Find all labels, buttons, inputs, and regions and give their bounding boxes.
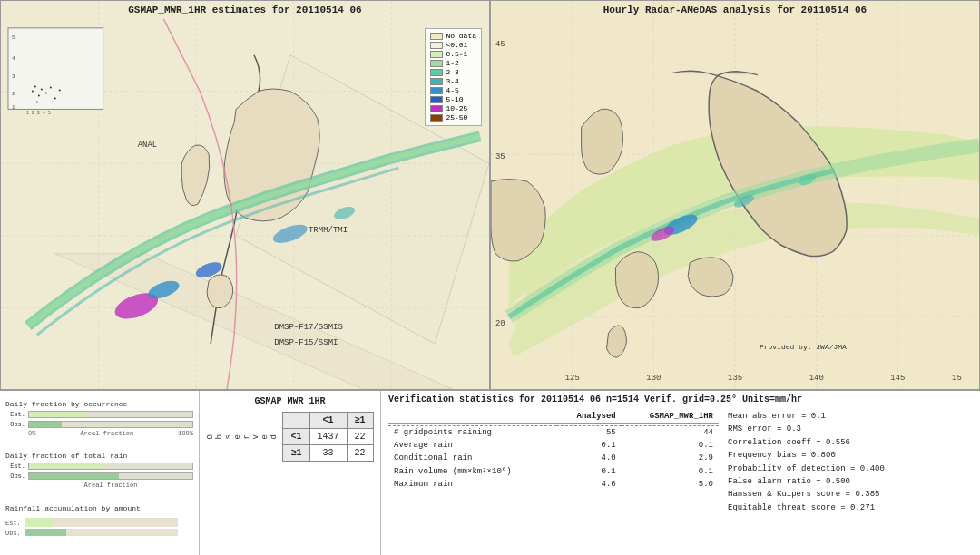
contingency-title: GSMAP_MWR_1HR — [254, 396, 325, 406]
contingency-row-lt1: <1 — [283, 429, 309, 445]
svg-text:145: 145 — [890, 374, 905, 383]
stat-corr-coeff: Correlation coeff = 0.556 — [728, 436, 973, 449]
stat-row-avgrain-analysed: 0.1 — [556, 439, 622, 452]
svg-point-27 — [45, 92, 47, 94]
contingency-row-gte1: ≥1 — [283, 445, 309, 462]
stats-right: Mean abs error = 0.1 RMS error = 0.3 Cor… — [719, 410, 973, 514]
stat-rms-error: RMS error = 0.3 — [728, 423, 973, 435]
stat-row-avgrain-label: Average rain — [388, 439, 556, 452]
svg-text:5: 5 — [12, 34, 15, 41]
stat-row-gridpoints-analysed: 55 — [556, 426, 622, 440]
left-map-title: GSMAP_MWR_1HR estimates for 20110514 06 — [128, 5, 361, 15]
stat-row-condrain-analysed: 4.0 — [556, 452, 622, 464]
right-map-title: Hourly Radar-AMeDAS analysis for 2011051… — [603, 5, 867, 15]
main-container: GSMAP_MWR_1HR estimates for 20110514 06 — [0, 0, 980, 555]
total-rain-title: Daily fraction of total rain — [5, 452, 193, 460]
stat-row-maxrain-analysed: 4.6 — [556, 478, 622, 491]
occurrence-title: Daily fraction by occurrence — [5, 400, 193, 408]
obs-bar-2 — [28, 472, 193, 480]
stat-row-condrain-label: Conditional rain — [388, 452, 556, 464]
obs-bar-1 — [28, 421, 193, 428]
svg-text:Est.: Est. — [5, 520, 21, 527]
contingency-cell-01: 22 — [347, 429, 373, 445]
contingency-table-wrapper: Observed <1 ≥1 <1 1437 22 — [206, 412, 373, 462]
stat-false-alarm-ratio: False alarm ratio = 0.500 — [728, 475, 973, 488]
svg-text:35: 35 — [495, 152, 505, 161]
svg-text:2: 2 — [12, 92, 15, 98]
svg-text:45: 45 — [495, 40, 505, 49]
svg-text:4: 4 — [12, 55, 15, 62]
svg-text:1  2  3  4  5: 1 2 3 4 5 — [26, 111, 51, 115]
accumulation-svg: Est. Obs. — [5, 514, 178, 540]
est-label-1: Est. — [5, 411, 25, 418]
svg-point-23 — [32, 91, 34, 92]
total-rain-axis: Areal fraction — [5, 482, 193, 489]
stat-hanssen-kuipers: Hanssen & Kuipers score = 0.385 — [728, 488, 973, 501]
est-bar-2 — [28, 462, 193, 470]
right-map-panel: Hourly Radar-AMeDAS analysis for 2011051… — [490, 0, 980, 390]
contingency-table: <1 ≥1 <1 1437 22 ≥1 33 22 — [282, 412, 373, 462]
svg-text:1: 1 — [12, 104, 15, 111]
top-row: GSMAP_MWR_1HR estimates for 20110514 06 — [0, 0, 980, 390]
stat-row-volume-label: Rain volume (mm×km²×10⁶) — [388, 464, 556, 478]
contingency-cell-11: 22 — [347, 445, 373, 462]
stat-freq-bias: Frequency bias = 0.800 — [728, 449, 973, 462]
svg-point-29 — [54, 98, 56, 100]
svg-point-30 — [59, 90, 61, 92]
svg-text:20: 20 — [495, 319, 505, 328]
stats-panel: Verification statistics for 20110514 06 … — [381, 391, 980, 555]
contingency-panel: GSMAP_MWR_1HR Observed <1 ≥1 <1 1 — [200, 391, 381, 555]
svg-text:130: 130 — [646, 374, 661, 383]
obs-label-1: Obs. — [5, 421, 25, 428]
obs-vertical-label: Observed — [206, 433, 279, 439]
total-rain-chart: Daily fraction of total rain Est. Obs. — [5, 452, 193, 489]
stats-left: Analysed GSMAP_MWR_1HR # gridpoints rain… — [388, 410, 719, 514]
svg-rect-57 — [25, 518, 53, 527]
contingency-col-gte1: ≥1 — [347, 413, 373, 429]
occurrence-chart: Daily fraction by occurrence Est. Obs. — [5, 400, 193, 437]
est-label-2: Est. — [5, 462, 25, 470]
contingency-empty-header — [283, 413, 309, 429]
left-map-panel: GSMAP_MWR_1HR estimates for 20110514 06 — [0, 0, 490, 390]
svg-rect-59 — [25, 529, 66, 536]
stat-col-gsmap: GSMAP_MWR_1HR — [622, 410, 719, 424]
svg-point-24 — [34, 86, 36, 88]
stat-row-gridpoints-label: # gridpoints raining — [388, 426, 556, 440]
right-map-svg: 45 35 20 125 130 135 140 145 15 — [491, 1, 979, 389]
left-map-legend: No data <0.01 0.5-1 1-2 2-3 3-4 4-5 5-10… — [425, 28, 482, 126]
svg-text:140: 140 — [809, 374, 824, 383]
svg-text:3: 3 — [12, 73, 15, 80]
stat-row-maxrain-label: Maximum rain — [388, 478, 556, 491]
stat-row-volume-gsmap: 0.1 — [622, 464, 719, 478]
svg-text:135: 135 — [728, 374, 742, 383]
stats-table: Analysed GSMAP_MWR_1HR # gridpoints rain… — [388, 410, 719, 491]
est-bar-1 — [28, 411, 193, 418]
svg-text:Obs.: Obs. — [5, 530, 21, 537]
svg-rect-17 — [8, 28, 103, 110]
stat-col-label — [388, 410, 556, 424]
stat-col-analysed: Analysed — [556, 410, 622, 424]
stat-prob-detection: Probability of detection = 0.400 — [728, 462, 973, 475]
left-map-svg: 5 4 3 2 1 1 2 3 4 5 — [1, 1, 489, 389]
stat-row-avgrain-gsmap: 0.1 — [622, 439, 719, 452]
svg-point-26 — [41, 89, 43, 91]
stat-row-gridpoints-gsmap: 44 — [622, 426, 719, 440]
bottom-row: Daily fraction by occurrence Est. Obs. — [0, 390, 980, 555]
bar-charts-panel: Daily fraction by occurrence Est. Obs. — [0, 391, 200, 555]
stat-equitable-threat: Equitable threat score = 0.271 — [728, 501, 973, 514]
stats-title: Verification statistics for 20110514 06 … — [388, 394, 973, 404]
svg-point-31 — [36, 101, 38, 102]
contingency-cell-00: 1437 — [309, 429, 347, 445]
svg-text:125: 125 — [565, 374, 580, 383]
contingency-col-lt1: <1 — [309, 413, 347, 429]
svg-point-28 — [50, 87, 52, 89]
svg-text:15: 15 — [952, 374, 962, 383]
stats-layout: Analysed GSMAP_MWR_1HR # gridpoints rain… — [388, 410, 973, 514]
obs-label-2: Obs. — [5, 472, 25, 480]
accumulation-title: Rainfall accumulation by amount — [5, 504, 193, 512]
stat-row-volume-analysed: 0.1 — [556, 464, 622, 478]
stat-row-condrain-gsmap: 2.9 — [622, 452, 719, 464]
occurrence-axis: 0%Areal fraction100% — [5, 430, 193, 437]
accumulation-chart: Rainfall accumulation by amount Est. Obs… — [5, 504, 193, 542]
contingency-cell-10: 33 — [309, 445, 347, 462]
